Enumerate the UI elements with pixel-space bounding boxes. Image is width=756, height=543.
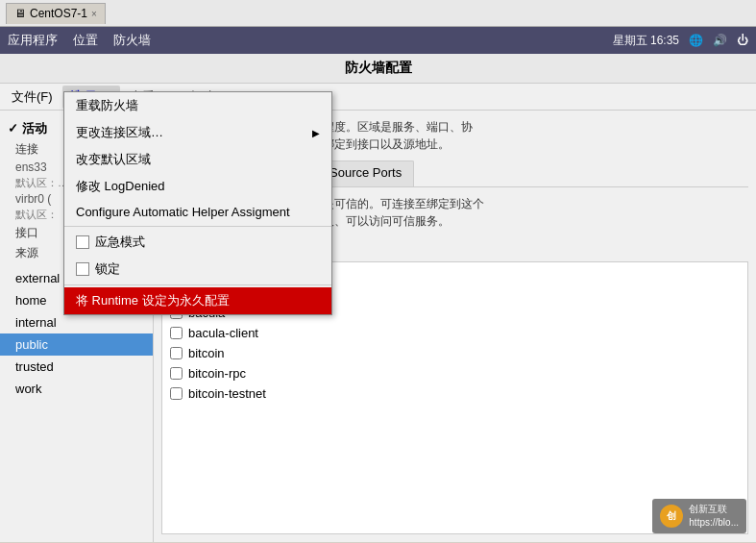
location-menu-button[interactable]: 位置 <box>73 32 98 49</box>
zone-list: external home internal public trusted wo… <box>0 267 153 400</box>
tab-ports[interactable]: 端口 <box>213 160 263 186</box>
app-menu-button[interactable]: 应用程序 <box>8 32 58 49</box>
watermark-logo-text: 创 <box>667 509 676 523</box>
service-bitcoin-testnet-label: bitcoin-testnet <box>188 386 266 401</box>
services-description: 可以在这里定义区域中哪些服务是可信的。可连接至绑定到这个区、接口和源的所有主机和… <box>161 195 748 230</box>
watermark-url: https://blo... <box>689 516 739 530</box>
vm-tab[interactable]: 🖥 CentOS7-1 × <box>6 3 106 24</box>
title-bar: 🖥 CentOS7-1 × <box>0 0 756 27</box>
connection-label: 连接 <box>0 139 153 160</box>
vm-tab-label: CentOS7-1 <box>30 7 87 20</box>
active-label: ✓ 活动 <box>8 120 47 137</box>
datetime-label: 星期五 16:35 <box>613 33 679 49</box>
source-label: 来源 <box>0 243 153 263</box>
zone-home[interactable]: home <box>0 289 153 311</box>
service-bitcoin-rpc-label: bitcoin-rpc <box>188 366 246 381</box>
file-menu[interactable]: 文件(F) <box>4 86 61 109</box>
watermark-company: 创新互联 <box>689 503 739 516</box>
tab-close-button[interactable]: × <box>91 9 97 19</box>
service-bitcoin-testnet-checkbox[interactable] <box>170 387 183 400</box>
service-bitcoin-label: bitcoin <box>188 346 225 360</box>
service-bitcoin[interactable]: bitcoin <box>162 343 747 363</box>
content-area: ✓ 活动 连接 ens33 默认区：… virbr0 ( 默认区： 接口 来源 … <box>0 111 756 542</box>
tab-services[interactable]: 服务 <box>161 160 211 187</box>
service-bacula-client[interactable]: bacula-client <box>162 323 747 343</box>
services-list: amanda-client amanda-k5-client bacula ba… <box>161 261 748 534</box>
watermark-text: 创新互联 https://blo... <box>689 503 739 530</box>
service-bitcoin-checkbox[interactable] <box>170 347 183 359</box>
watermark-logo: 创 <box>660 505 683 528</box>
watermark: 创 创新互联 https://blo... <box>652 499 746 533</box>
vm-icon: 🖥 <box>14 7 26 20</box>
services-column-header: 服务 <box>161 237 748 258</box>
service-amanda-client-label: amanda-client <box>188 265 267 280</box>
virbr0-default: 默认区： <box>0 207 153 223</box>
taskbar-left: 应用程序 位置 防火墙 <box>8 32 151 49</box>
ens33-item: ens33 <box>0 160 153 175</box>
view-menu[interactable]: 查看(V) <box>122 86 179 109</box>
service-bacula-client-checkbox[interactable] <box>170 327 183 339</box>
options-menu[interactable]: 选项(O) <box>62 86 121 109</box>
zone-description: 绍连接、接口以及源地址的可信程度。区域是服务、端口、协议以及富规则的组合。区域可… <box>161 118 748 153</box>
service-amanda-client-checkbox[interactable] <box>170 266 183 279</box>
service-amanda-k5-client-label: amanda-k5-client <box>188 285 284 300</box>
zone-work[interactable]: work <box>0 378 153 400</box>
taskbar-right: 星期五 16:35 🌐 🔊 ⏻ <box>613 33 748 49</box>
active-section: ✓ 活动 <box>0 118 153 139</box>
zone-trusted[interactable]: trusted <box>0 356 153 378</box>
sidebar: ✓ 活动 连接 ens33 默认区：… virbr0 ( 默认区： 接口 来源 … <box>0 111 154 542</box>
menu-bar: 文件(F) 选项(O) 查看(V) 帮助(H) <box>0 84 756 111</box>
window-title-label: 防火墙配置 <box>345 60 412 75</box>
virbr0-item: virbr0 ( <box>0 191 153 207</box>
taskbar: 应用程序 位置 防火墙 星期五 16:35 🌐 🔊 ⏻ <box>0 27 756 54</box>
tab-source-ports[interactable]: Source Ports <box>317 160 414 186</box>
tabs: 服务 端口 协议 Source Ports <box>161 160 748 187</box>
right-panel: 绍连接、接口以及源地址的可信程度。区域是服务、端口、协议以及富规则的组合。区域可… <box>154 111 756 542</box>
help-menu[interactable]: 帮助(H) <box>182 86 239 109</box>
service-amanda-k5-client-checkbox[interactable] <box>170 286 183 299</box>
service-amanda-k5-client[interactable]: amanda-k5-client <box>162 283 747 303</box>
service-bitcoin-testnet[interactable]: bitcoin-testnet <box>162 383 747 404</box>
volume-icon[interactable]: 🔊 <box>713 34 727 47</box>
zone-external[interactable]: external <box>0 267 153 289</box>
zone-internal[interactable]: internal <box>0 311 153 333</box>
power-icon[interactable]: ⏻ <box>737 34 748 47</box>
service-amanda-client[interactable]: amanda-client <box>162 262 747 283</box>
service-bacula-checkbox[interactable] <box>170 307 183 319</box>
window-title-bar: 防火墙配置 <box>0 54 756 84</box>
service-bitcoin-rpc[interactable]: bitcoin-rpc <box>162 363 747 383</box>
service-bitcoin-rpc-checkbox[interactable] <box>170 367 183 380</box>
service-bacula[interactable]: bacula <box>162 303 747 323</box>
zone-public[interactable]: public <box>0 333 153 356</box>
service-bacula-label: bacula <box>188 306 225 320</box>
interface-label: 接口 <box>0 223 153 243</box>
tab-protocol[interactable]: 协议 <box>265 160 315 186</box>
firewall-menu-button[interactable]: 防火墙 <box>113 32 151 49</box>
network-icon[interactable]: 🌐 <box>689 34 703 47</box>
service-bacula-client-label: bacula-client <box>188 326 258 340</box>
ens33-default: 默认区：… <box>0 175 153 191</box>
